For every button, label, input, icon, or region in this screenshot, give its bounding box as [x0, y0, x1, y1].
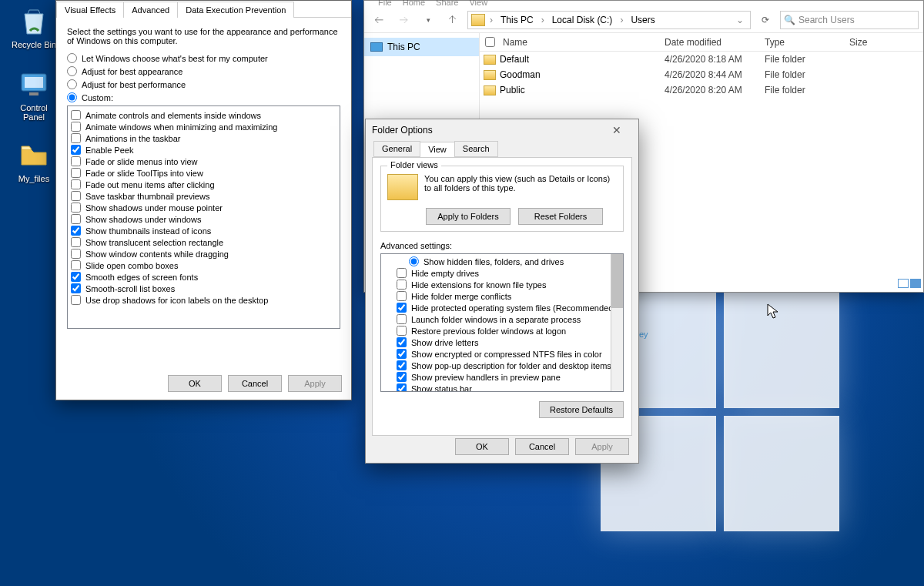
visual-effect-item[interactable]: Use drop shadows for icon labels on the … [71, 294, 336, 306]
window-title-bar[interactable]: Folder Options ✕ [366, 119, 638, 141]
perf-radio-option[interactable]: Custom: [67, 92, 340, 102]
ok-button[interactable]: OK [455, 438, 509, 455]
advanced-setting-item[interactable]: Hide empty drives [383, 267, 621, 279]
cancel-button[interactable]: Cancel [515, 438, 569, 455]
advanced-setting-item[interactable]: Restore previous folder windows at logon [383, 325, 621, 337]
table-row[interactable]: Goodman4/26/2020 8:44 AMFile folder [480, 67, 923, 82]
visual-effect-item[interactable]: Show window contents while dragging [71, 248, 336, 260]
breadcrumb[interactable]: Users [628, 15, 658, 25]
column-header-type[interactable]: Type [765, 37, 849, 48]
checkbox-input[interactable] [71, 272, 81, 282]
visual-effect-item[interactable]: Save taskbar thumbnail previews [71, 190, 336, 202]
checkbox-input[interactable] [397, 291, 407, 301]
checkbox-input[interactable] [71, 168, 81, 178]
visual-effect-item[interactable]: Smooth edges of screen fonts [71, 271, 336, 283]
folder-options-window[interactable]: Folder Options ✕ General View Search Fol… [365, 119, 639, 464]
column-header-name[interactable]: Name [500, 37, 665, 48]
radio-input[interactable] [67, 79, 77, 89]
checkbox-input[interactable] [71, 179, 81, 189]
desktop-icon-recycle-bin[interactable]: Recycle Bin [6, 6, 62, 49]
visual-effect-item[interactable]: Fade out menu items after clicking [71, 179, 336, 190]
checkbox-input[interactable] [397, 326, 407, 336]
perf-radio-option[interactable]: Adjust for best performance [67, 79, 340, 89]
select-all-checkbox[interactable] [485, 37, 495, 47]
advanced-setting-item[interactable]: Show preview handlers in preview pane [383, 371, 621, 383]
advanced-setting-item[interactable]: Show hidden files, folders, and drives [383, 256, 621, 267]
radio-input[interactable] [67, 92, 77, 102]
perf-radio-option[interactable]: Adjust for best appearance [67, 66, 340, 76]
advanced-setting-item[interactable]: Show encrypted or compressed NTFS files … [383, 348, 621, 360]
visual-effects-list[interactable]: Animate controls and elements inside win… [67, 105, 340, 329]
checkbox-input[interactable] [397, 349, 407, 359]
checkbox-input[interactable] [71, 260, 81, 270]
table-row[interactable]: Public4/26/2020 8:20 AMFile folder [480, 82, 923, 98]
advanced-setting-item[interactable]: Hide folder merge conflicts [383, 290, 621, 302]
tab-visual-effects[interactable]: Visual Effects [56, 2, 124, 18]
navpane-item-this-pc[interactable]: This PC [364, 38, 479, 56]
close-button[interactable]: ✕ [601, 124, 632, 136]
apply-to-folders-button[interactable]: Apply to Folders [426, 208, 511, 225]
checkbox-input[interactable] [397, 360, 407, 370]
checkbox-input[interactable] [397, 314, 407, 324]
address-box[interactable]: › This PC › Local Disk (C:) › Users ⌄ [467, 11, 751, 29]
thumbnail-view-icon[interactable] [898, 279, 909, 288]
advanced-setting-item[interactable]: Launch folder windows in a separate proc… [383, 313, 621, 325]
desktop-icon-my-files[interactable]: My_files [6, 140, 62, 183]
visual-effect-item[interactable]: Animate controls and elements inside win… [71, 109, 336, 121]
desktop-icon-control-panel[interactable]: Control Panel [6, 69, 62, 122]
checkbox-input[interactable] [397, 303, 407, 313]
advanced-setting-item[interactable]: Hide protected operating system files (R… [383, 302, 621, 313]
checkbox-input[interactable] [71, 122, 81, 132]
visual-effect-item[interactable]: Smooth-scroll list boxes [71, 283, 336, 294]
visual-effect-item[interactable]: Fade or slide menus into view [71, 156, 336, 167]
checkbox-input[interactable] [71, 283, 81, 293]
tab-general[interactable]: General [373, 141, 420, 157]
radio-input[interactable] [67, 66, 77, 76]
nav-history-button[interactable]: ▾ [418, 10, 438, 30]
column-headers[interactable]: Name Date modified Type Size [480, 33, 923, 52]
refresh-button[interactable]: ⟳ [755, 10, 775, 30]
checkbox-input[interactable] [397, 383, 407, 392]
visual-effect-item[interactable]: Show shadows under mouse pointer [71, 202, 336, 213]
visual-effect-item[interactable]: Enable Peek [71, 144, 336, 156]
performance-options-window[interactable]: Visual Effects Advanced Data Execution P… [55, 0, 352, 400]
visual-effect-item[interactable]: Show shadows under windows [71, 213, 336, 225]
nav-forward-button[interactable]: 🡢 [393, 10, 413, 30]
radio-input[interactable] [409, 256, 419, 266]
visual-effect-item[interactable]: Show translucent selection rectangle [71, 236, 336, 248]
apply-button[interactable]: Apply [288, 375, 342, 392]
chevron-down-icon[interactable]: ⌄ [736, 15, 747, 25]
tab-search[interactable]: Search [454, 141, 498, 157]
checkbox-input[interactable] [71, 145, 81, 155]
search-input[interactable]: 🔍 Search Users [780, 11, 919, 29]
scrollbar-thumb[interactable] [611, 254, 623, 308]
visual-effect-item[interactable]: Slide open combo boxes [71, 260, 336, 271]
visual-effect-item[interactable]: Show thumbnails instead of icons [71, 225, 336, 236]
checkbox-input[interactable] [71, 237, 81, 247]
tab-dep[interactable]: Data Execution Prevention [177, 2, 294, 18]
checkbox-input[interactable] [71, 214, 81, 224]
restore-defaults-button[interactable]: Restore Defaults [539, 401, 624, 418]
ok-button[interactable]: OK [168, 375, 222, 392]
advanced-setting-item[interactable]: Hide extensions for known file types [383, 279, 621, 290]
breadcrumb[interactable]: This PC [497, 15, 537, 25]
checkbox-input[interactable] [71, 191, 81, 201]
nav-up-button[interactable]: 🡡 [443, 10, 463, 30]
perf-radio-option[interactable]: Let Windows choose what's best for my co… [67, 53, 340, 63]
tab-advanced[interactable]: Advanced [123, 2, 178, 18]
details-view-icon[interactable] [910, 279, 921, 288]
cancel-button[interactable]: Cancel [228, 375, 282, 392]
column-header-size[interactable]: Size [849, 37, 911, 48]
checkbox-input[interactable] [71, 295, 81, 305]
view-mode-icons[interactable] [898, 279, 921, 288]
checkbox-input[interactable] [71, 156, 81, 166]
apply-button[interactable]: Apply [575, 438, 629, 455]
checkbox-input[interactable] [397, 372, 407, 382]
advanced-setting-item[interactable]: Show drive letters [383, 337, 621, 348]
checkbox-input[interactable] [71, 226, 81, 236]
nav-back-button[interactable]: 🡠 [369, 10, 389, 30]
checkbox-input[interactable] [71, 203, 81, 213]
checkbox-input[interactable] [71, 249, 81, 259]
radio-input[interactable] [67, 53, 77, 63]
checkbox-input[interactable] [397, 268, 407, 278]
